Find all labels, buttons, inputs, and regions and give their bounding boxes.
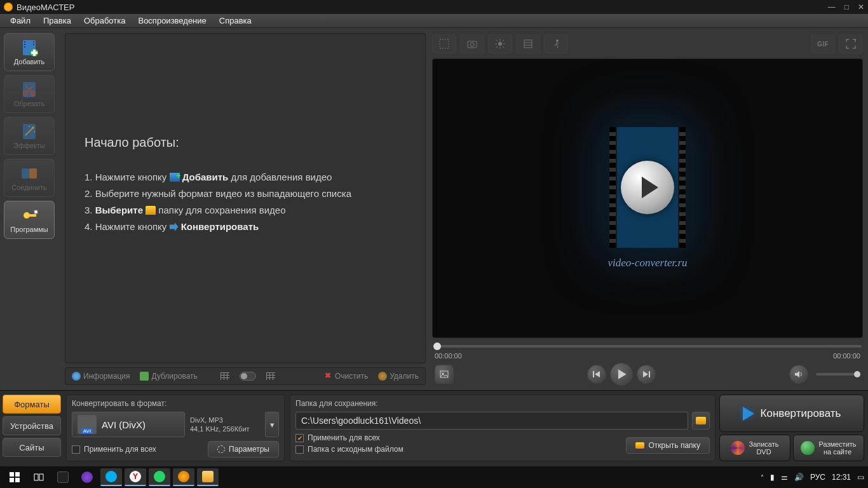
window-controls: — □ ✕	[828, 3, 864, 11]
menu-process[interactable]: Обработка	[78, 15, 132, 27]
maximize-button[interactable]: □	[844, 3, 849, 11]
arrow-inline-icon	[170, 222, 179, 231]
grid-view-icon[interactable]	[266, 372, 275, 380]
windows-icon	[10, 472, 20, 482]
view-toggle[interactable]	[240, 372, 256, 381]
folder-checks: Применить для всех Папка с исходным файл…	[295, 433, 403, 454]
burn-dvd-button[interactable]: ЗаписатьDVD	[719, 435, 790, 461]
svg-rect-40	[593, 371, 594, 377]
convert-button[interactable]: Конвертировать	[719, 395, 864, 432]
svg-point-14	[32, 126, 34, 129]
menu-help[interactable]: Справка	[213, 15, 258, 27]
folder-apply-all-checkbox[interactable]: Применить для всех	[295, 433, 403, 442]
system-tray: ˄ ▮ ⚌ 🔊 РУС 12:31 ▭	[761, 473, 864, 482]
sidebar-effects-button: Эффекты	[4, 117, 55, 155]
sidebar-programs-button[interactable]: Программы	[4, 201, 55, 239]
wifi-icon[interactable]: ⚌	[781, 473, 788, 482]
volume-slider[interactable]	[816, 373, 860, 376]
duplicate-icon	[140, 372, 149, 381]
motion-button[interactable]	[544, 34, 568, 53]
delete-button[interactable]: Удалить	[378, 372, 419, 381]
output-path-input[interactable]	[295, 412, 688, 430]
center-panel: Начало работы: 1. Нажмите кнопку Добавит…	[64, 28, 430, 390]
notifications-icon[interactable]: ▭	[857, 473, 864, 482]
play-button[interactable]	[610, 363, 633, 386]
tab-devices[interactable]: Устройства	[3, 416, 61, 435]
volume-button[interactable]	[789, 365, 808, 384]
image-icon	[440, 370, 449, 379]
svg-marker-45	[795, 371, 799, 377]
minimize-button[interactable]: —	[828, 3, 836, 11]
svg-rect-43	[649, 371, 650, 377]
task-view-button[interactable]	[28, 468, 50, 486]
parameters-button[interactable]: Параметры	[208, 441, 279, 458]
sub-actions: ЗаписатьDVD Разместитьна сайте	[719, 435, 864, 461]
app-icon	[4, 3, 13, 11]
format-codec: DivX, MP3	[190, 416, 260, 424]
checkbox-box-checked	[295, 434, 304, 442]
file-list-area[interactable]: Начало работы: 1. Нажмите кнопку Добавит…	[65, 33, 426, 363]
browse-folder-button[interactable]	[692, 412, 710, 430]
svg-line-33	[496, 46, 498, 48]
source-folder-checkbox[interactable]: Папка с исходным файлом	[295, 445, 403, 454]
taskbar-whatsapp[interactable]	[149, 468, 170, 486]
speed-button[interactable]	[516, 34, 540, 53]
folder-box-label: Папка для сохранения:	[295, 399, 710, 408]
timeline-thumb[interactable]	[433, 342, 441, 350]
open-folder-button[interactable]: Открыть папку	[626, 437, 710, 454]
getting-started-heading: Начало работы:	[85, 135, 406, 150]
start-button[interactable]	[4, 468, 25, 486]
time-total: 00:00:00	[833, 352, 860, 360]
taskbar-skype[interactable]	[100, 468, 122, 486]
publish-button[interactable]: Разместитьна сайте	[793, 435, 864, 461]
format-select[interactable]: AVI (DivX)	[72, 412, 185, 437]
prev-button[interactable]	[587, 365, 606, 384]
timeline-slider[interactable]	[433, 345, 862, 348]
snapshot-button[interactable]	[460, 34, 484, 53]
svg-point-15	[29, 126, 30, 127]
preview-panel: GIF video-converter.ru 00:00:00 00:00:00	[430, 28, 868, 390]
tray-lang[interactable]: РУС	[810, 473, 825, 482]
duplicate-button[interactable]: Дублировать	[140, 372, 197, 381]
battery-icon[interactable]: ▮	[770, 473, 775, 482]
close-button[interactable]: ✕	[858, 3, 864, 11]
menu-edit[interactable]: Правка	[37, 15, 78, 27]
format-icon	[78, 415, 97, 434]
volume-thumb[interactable]	[854, 371, 860, 377]
next-button[interactable]	[637, 365, 656, 384]
fullscreen-button[interactable]	[839, 34, 863, 53]
menu-file[interactable]: Файл	[4, 15, 37, 27]
list-view-icon[interactable]	[220, 372, 229, 380]
format-dropdown-button[interactable]: ▾	[265, 412, 279, 437]
taskbar-app-2[interactable]	[76, 468, 98, 486]
svg-point-25	[498, 42, 502, 46]
svg-rect-20	[29, 214, 36, 217]
video-preview[interactable]: video-converter.ru	[432, 58, 863, 338]
tray-overflow[interactable]: ˄	[761, 474, 764, 481]
crop-tool-button[interactable]	[432, 34, 456, 53]
sidebar-add-button[interactable]: Добавить	[4, 33, 55, 71]
gif-button[interactable]: GIF	[811, 34, 835, 53]
film-speed-icon	[522, 38, 534, 50]
tab-formats[interactable]: Форматы	[3, 395, 61, 414]
brightness-button[interactable]	[488, 34, 512, 53]
format-row: AVI (DivX) DivX, MP3 44,1 KHz, 256Кбит ▾	[72, 412, 279, 437]
skip-forward-icon	[642, 370, 651, 379]
tray-time[interactable]: 12:31	[832, 473, 851, 482]
taskbar-explorer[interactable]	[197, 468, 219, 486]
taskbar-app-1[interactable]	[52, 468, 74, 486]
svg-point-37	[556, 39, 559, 42]
svg-marker-44	[643, 371, 648, 377]
screenshot-frame-button[interactable]	[435, 365, 454, 384]
add-inline-icon	[170, 173, 180, 182]
tab-sites[interactable]: Сайты	[3, 438, 61, 457]
taskbar-yandex[interactable]: Y	[125, 468, 146, 486]
sidebar-crop-label: Обрезать	[14, 100, 45, 107]
sound-icon[interactable]: 🔊	[794, 473, 804, 482]
clear-icon: ✖	[323, 372, 332, 381]
info-button[interactable]: Информация	[72, 372, 130, 381]
taskbar-videomaster[interactable]	[173, 468, 194, 486]
format-apply-all-checkbox[interactable]: Применить для всех	[72, 445, 156, 454]
menu-playback[interactable]: Воспроизведение	[132, 15, 212, 27]
clear-button[interactable]: ✖Очистить	[323, 372, 368, 381]
